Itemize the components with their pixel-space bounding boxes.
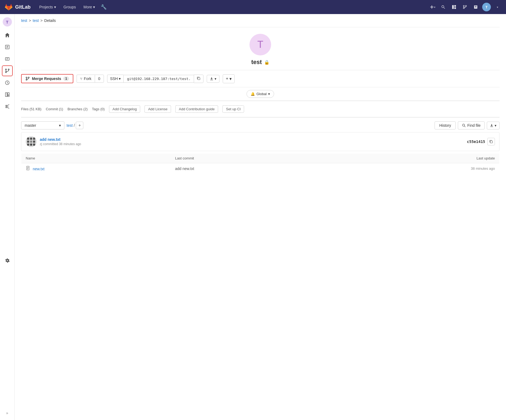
add-changelog-button[interactable]: Add Changelog [109, 105, 140, 113]
action-bar: Merge Requests 1 ⑂ Fork 0 SSH ▾ git@192.… [21, 70, 500, 87]
notification-bar: 🔔 Global ▾ [21, 87, 500, 101]
chevron-down-icon: ▾ [215, 77, 216, 81]
svg-line-33 [7, 105, 9, 106]
stat-commit[interactable]: Commit (1) [46, 107, 63, 111]
svg-rect-54 [30, 141, 32, 143]
file-toolbar-right: History Find file ▾ [435, 121, 500, 129]
nav-merge-requests-icon[interactable] [461, 3, 469, 11]
merge-requests-button[interactable]: Merge Requests 1 [21, 74, 73, 83]
table-row: new.txt add new.txt 38 minutes ago [21, 163, 500, 174]
svg-rect-44 [490, 126, 493, 127]
file-table-body: new.txt add new.txt 38 minutes ago [21, 163, 500, 174]
svg-point-42 [462, 124, 465, 126]
nav-logo-text: GitLab [15, 4, 31, 10]
chevron-down-icon: ▾ [93, 5, 95, 9]
svg-point-31 [6, 105, 7, 106]
nav-panels-icon[interactable] [450, 3, 458, 11]
chevron-down-icon: ▾ [59, 123, 61, 128]
chevron-down-icon: ▾ [495, 124, 497, 128]
download-icon [490, 124, 494, 127]
stats-bar: Files (51 KB) Commit (1) Branches (2) Ta… [21, 101, 500, 117]
top-nav: GitLab Projects ▾ Groups More ▾ 🔧 ▾ [0, 0, 506, 14]
copy-commit-hash-button[interactable] [487, 138, 495, 145]
nav-wrench-icon[interactable]: 🔧 [99, 3, 108, 11]
breadcrumb-link-test2[interactable]: test [33, 18, 39, 23]
sidebar-user-avatar[interactable]: T [3, 17, 12, 26]
svg-rect-55 [490, 141, 492, 143]
merge-requests-icon [25, 76, 30, 81]
sidebar-item-scissors[interactable] [2, 101, 13, 112]
svg-rect-1 [430, 7, 433, 7]
commit-message[interactable]: add new.txt [40, 137, 464, 142]
svg-rect-6 [454, 7, 456, 9]
sidebar-item-activity[interactable] [2, 77, 13, 88]
svg-rect-50 [33, 141, 35, 143]
bell-icon: 🔔 [251, 92, 255, 96]
nav-logo[interactable]: GitLab [4, 3, 31, 11]
add-button[interactable]: + ▾ [223, 74, 234, 83]
copy-ssh-url-button[interactable] [194, 75, 203, 83]
nav-projects[interactable]: Projects ▾ [36, 3, 59, 11]
nav-search-icon[interactable] [439, 3, 448, 11]
chevron-down-icon: ▾ [268, 92, 270, 96]
fork-icon: ⑂ [80, 76, 82, 81]
file-last-update-cell: 38 minutes ago [321, 163, 500, 174]
branch-selector[interactable]: master ▾ [21, 121, 64, 129]
svg-point-2 [442, 6, 444, 8]
svg-rect-5 [454, 5, 456, 7]
stat-files[interactable]: Files (51 KB) [21, 107, 41, 111]
setup-ci-button[interactable]: Set up CI [222, 105, 244, 113]
project-avatar: T [249, 34, 271, 55]
sidebar-item-settings[interactable] [2, 255, 13, 266]
path-crumb: test / + [67, 122, 83, 129]
path-add-button[interactable]: + [76, 122, 83, 129]
file-download-button[interactable]: ▾ [487, 122, 500, 129]
add-license-button[interactable]: Add License [144, 105, 171, 113]
add-contribution-guide-button[interactable]: Add Contribution guide [175, 105, 218, 113]
ssh-protocol-button[interactable]: SSH ▾ [107, 75, 124, 83]
svg-rect-4 [452, 5, 454, 9]
nav-right: ▾ T ▾ [428, 3, 502, 11]
col-name: Name [21, 154, 171, 163]
path-repo[interactable]: test [67, 123, 73, 128]
nav-plus-icon[interactable]: ▾ [428, 3, 437, 11]
download-button[interactable]: ▾ [207, 75, 219, 83]
svg-rect-40 [198, 78, 200, 80]
fork-button[interactable]: ⑂ Fork [77, 75, 95, 83]
sidebar-expand-button[interactable]: » [2, 409, 13, 417]
file-link[interactable]: new.txt [33, 167, 45, 171]
svg-rect-41 [210, 80, 213, 80]
global-notification-button[interactable]: 🔔 Global ▾ [247, 90, 274, 98]
nav-avatar-dropdown[interactable]: ▾ [493, 3, 502, 11]
file-table: Name Last commit Last update new.txt add… [21, 153, 500, 174]
stat-tags[interactable]: Tags (0) [92, 107, 105, 111]
nav-more[interactable]: More ▾ [80, 3, 98, 11]
nav-user-avatar[interactable]: T [482, 3, 491, 11]
nav-todo-icon[interactable] [471, 3, 480, 11]
svg-point-22 [8, 69, 9, 70]
svg-point-7 [463, 5, 464, 6]
sidebar-item-boards[interactable] [2, 89, 13, 100]
svg-line-43 [464, 126, 465, 127]
sidebar-item-issues[interactable] [2, 42, 13, 52]
chevron-down-icon: ▾ [229, 76, 232, 81]
sidebar-bottom: » [2, 409, 13, 420]
chevron-down-icon: ▾ [54, 5, 56, 9]
nav-groups[interactable]: Groups [60, 3, 79, 11]
history-button[interactable]: History [435, 121, 456, 129]
col-last-commit: Last commit [171, 154, 321, 163]
commit-hash[interactable]: c55e1415 [467, 139, 485, 144]
sidebar-item-snippets[interactable] [2, 54, 13, 64]
svg-rect-30 [8, 95, 9, 96]
breadcrumb-link-test1[interactable]: test [21, 18, 27, 23]
file-icon [26, 167, 31, 171]
svg-line-27 [7, 83, 8, 84]
sidebar-item-home[interactable] [2, 30, 13, 41]
find-file-button[interactable]: Find file [458, 121, 485, 129]
stat-branches[interactable]: Branches (2) [67, 107, 87, 111]
ssh-group: SSH ▾ git@192.168.229.187:test/test. [107, 75, 204, 83]
sidebar-item-merge-requests[interactable] [2, 65, 13, 76]
svg-rect-48 [33, 138, 35, 140]
lock-icon: 🔒 [264, 60, 270, 65]
commit-info-box: add new.txt zj committed 38 minutes ago … [21, 132, 500, 151]
